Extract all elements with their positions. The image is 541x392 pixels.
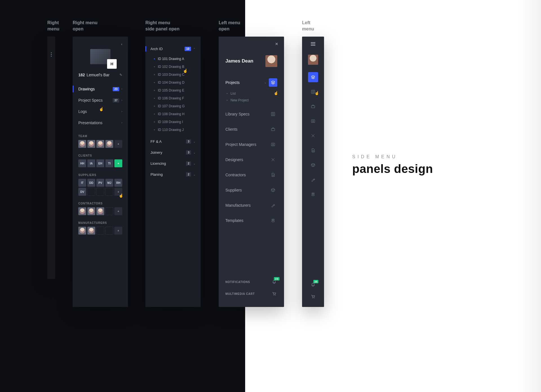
manufacturer-avatar[interactable] — [87, 227, 95, 235]
team-member-avatar[interactable] — [78, 140, 86, 148]
layers-icon — [269, 78, 277, 87]
id-card-icon[interactable] — [308, 116, 318, 126]
svg-rect-7 — [311, 106, 315, 108]
hammer-icon[interactable] — [308, 175, 318, 185]
right-menu-collapsed — [47, 37, 55, 279]
supplier-chip[interactable]: DD — [87, 179, 95, 187]
section-label: Licencing — [150, 161, 166, 166]
bell-icon[interactable]: 23 — [310, 282, 316, 288]
left-item-templates[interactable]: Templates — [225, 213, 277, 228]
chevron-right-icon: › — [121, 110, 122, 113]
project-title-row[interactable]: 182 Lemuel's Bar ✎ — [73, 70, 128, 82]
contractor-avatar[interactable] — [78, 207, 86, 215]
back-chevron-icon[interactable]: ‹ — [121, 42, 122, 46]
section-ff-a[interactable]: FF & A 3 ⌄ — [145, 136, 201, 147]
list-item-label: ID 104 Drawing D — [158, 81, 185, 84]
left-item-label: Clients — [225, 127, 238, 132]
section-arch-id[interactable]: Arch ID 10 ⌃ — [145, 43, 201, 54]
left-sub-list[interactable]: List — [225, 90, 277, 97]
cart-icon[interactable] — [310, 293, 316, 300]
title-main: panels design — [352, 162, 433, 176]
supplier-chip[interactable]: RH — [114, 179, 122, 187]
briefcase-icon[interactable] — [308, 101, 318, 112]
edit-icon[interactable]: ✎ — [119, 73, 122, 77]
label-right-menu: Right menu — [47, 20, 59, 32]
left-item-projects[interactable]: Projects ⌄ — [225, 75, 277, 90]
team-member-avatar[interactable] — [96, 140, 104, 148]
list-item[interactable]: ID 107 Drawing G — [145, 102, 201, 110]
hamburger-icon[interactable] — [311, 42, 315, 46]
left-item-library-specs[interactable]: Library Specs — [225, 106, 277, 122]
team-member-avatar[interactable] — [87, 140, 95, 148]
project-nav: Drawings 23 › Project Specs 37 › Logs › … — [73, 82, 128, 130]
avatar — [265, 55, 277, 67]
section-joinery[interactable]: Joinery 3 ⌄ — [145, 147, 201, 158]
list-item[interactable]: ID 104 Drawing D — [145, 79, 201, 86]
team-member-avatar[interactable] — [105, 140, 113, 148]
list-item[interactable]: ID 109 Drawing I — [145, 118, 201, 126]
left-sub-new-project[interactable]: New Project — [225, 97, 277, 104]
list-item[interactable]: ID 106 Drawing F — [145, 94, 201, 102]
client-chip[interactable]: TI — [105, 159, 113, 167]
nav-item-project-specs[interactable]: Project Specs 37 › — [73, 95, 128, 106]
box-icon — [269, 186, 277, 194]
left-item-clients[interactable]: Clients — [225, 122, 277, 137]
label-right-menu-open: Right menu open — [73, 20, 97, 32]
avatar[interactable] — [308, 55, 318, 65]
user-row[interactable]: James Dean — [219, 48, 284, 75]
multimedia-cart-row[interactable]: MULTIMEDIA CART — [225, 288, 277, 300]
project-thumbnail[interactable]: H — [90, 49, 110, 64]
layers-icon[interactable] — [308, 72, 318, 82]
manufacturer-avatar[interactable] — [78, 227, 86, 235]
supplier-chip[interactable]: DV — [78, 188, 86, 196]
more-icon[interactable] — [51, 52, 52, 57]
svg-point-10 — [312, 298, 313, 298]
add-client-button[interactable]: + — [114, 159, 122, 167]
contractor-avatar[interactable] — [87, 207, 95, 215]
chevron-down-icon: ⌄ — [193, 173, 196, 176]
label-left-menu-open: Left menu open — [219, 20, 240, 32]
add-contractor-button[interactable]: + — [114, 207, 122, 215]
list-icon — [269, 110, 277, 118]
client-chip[interactable]: EH — [96, 159, 104, 167]
left-item-project-managers[interactable]: Project Managers — [225, 137, 277, 152]
svg-point-3 — [273, 144, 274, 145]
nav-item-presentations[interactable]: Presentations › — [73, 117, 128, 128]
list-item[interactable]: ID 101 Drawing A — [145, 55, 201, 63]
client-chip[interactable]: IA — [87, 159, 95, 167]
client-chip[interactable]: HH — [78, 159, 86, 167]
note-icon[interactable] — [308, 145, 318, 155]
ruler-icon[interactable] — [308, 131, 318, 141]
nav-item-logs[interactable]: Logs › — [73, 106, 128, 117]
list-item[interactable]: ID 102 Drawing B — [145, 63, 201, 71]
nav-item-drawings[interactable]: Drawings 23 › — [73, 83, 128, 95]
add-manufacturer-button[interactable]: + — [114, 227, 122, 235]
list-item[interactable]: ID 110 Drawing J — [145, 126, 201, 134]
add-team-member-button[interactable]: + — [114, 140, 122, 148]
list-item-label: ID 107 Drawing G — [158, 104, 185, 108]
list-icon[interactable] — [308, 87, 318, 97]
cart-label: MULTIMEDIA CART — [225, 292, 255, 295]
section-licencing[interactable]: Licencing 2 ⌄ — [145, 158, 201, 169]
notifications-row[interactable]: NOTIFICATIONS 23 — [225, 276, 277, 288]
nav-label: Drawings — [78, 87, 95, 91]
supplier-chip[interactable]: PV — [96, 179, 104, 187]
left-item-suppliers[interactable]: Suppliers — [225, 182, 277, 198]
close-icon[interactable]: ✕ — [275, 42, 278, 46]
list-item[interactable]: ID 103 Drawing C — [145, 71, 201, 79]
group-header-contractors: CONTRACTORS — [73, 197, 128, 207]
list-item[interactable]: ID 108 Drawing H — [145, 110, 201, 118]
supplier-chip[interactable]: MJ — [105, 179, 113, 187]
template-icon[interactable] — [308, 189, 318, 199]
list-item[interactable]: ID 105 Drawing E — [145, 86, 201, 94]
box-icon[interactable] — [308, 160, 318, 170]
chevron-up-icon: ⌃ — [193, 48, 196, 50]
left-item-contractors[interactable]: Contractors — [225, 167, 277, 182]
left-item-manufacturers[interactable]: Manufacturers — [225, 198, 277, 213]
left-item-designers[interactable]: Designers — [225, 152, 277, 167]
section-planing[interactable]: Planing 2 ⌄ — [145, 169, 201, 180]
contractor-avatar[interactable] — [96, 207, 104, 215]
add-supplier-button[interactable]: + — [114, 188, 122, 196]
notifications-label: NOTIFICATIONS — [225, 280, 250, 284]
supplier-chip[interactable]: IT — [78, 179, 86, 187]
